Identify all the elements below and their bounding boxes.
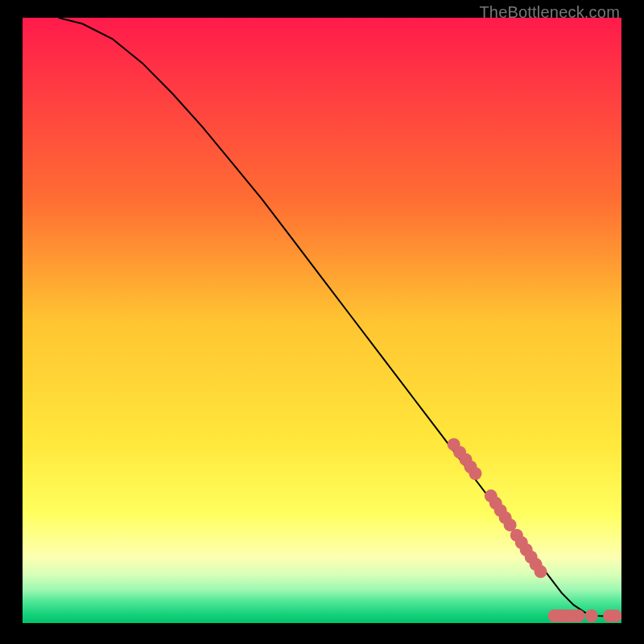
data-marker [535, 565, 547, 578]
data-marker [585, 609, 598, 622]
chart-svg [23, 18, 621, 623]
plot-area [23, 18, 621, 623]
gradient-background [23, 18, 621, 623]
data-marker [609, 609, 621, 622]
data-marker [469, 467, 481, 480]
chart-frame: TheBottleneck.com [0, 0, 644, 644]
data-marker [572, 609, 584, 622]
